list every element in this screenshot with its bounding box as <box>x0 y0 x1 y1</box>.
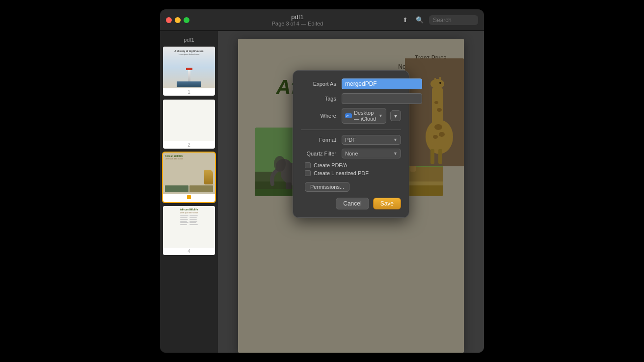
thumb-1-num: 1 <box>163 88 215 96</box>
app-window: pdf1 Page 3 of 4 — Edited ⬆ 🔍 pdf1 A His… <box>160 9 484 353</box>
create-linear-label: Create Linearized PDF <box>314 170 369 176</box>
permissions-button[interactable]: Permissions... <box>305 182 349 192</box>
share-icon[interactable]: ⬆ <box>400 15 410 26</box>
dialog-overlay: Export As: Tags: Where: <box>218 31 484 353</box>
thumb-3-subtitle: Lorem ipsum dolor sit amet <box>165 158 213 160</box>
search-toolbar-icon[interactable]: 🔍 <box>414 15 425 26</box>
where-value: Desktop — iCloud <box>354 110 376 122</box>
quartz-label: Quartz Filter: <box>301 151 338 156</box>
quartz-value: None <box>345 151 358 156</box>
save-button[interactable]: Save <box>373 198 401 209</box>
doc-view: Trenz Pruca November 3, 2021 <box>218 31 484 353</box>
export-as-input[interactable] <box>342 78 422 89</box>
close-button[interactable] <box>166 17 172 23</box>
export-as-label: Export As: <box>301 81 338 87</box>
active-indicator <box>187 195 191 199</box>
export-as-row: Export As: <box>301 78 401 89</box>
window-title: pdf1 <box>291 13 303 21</box>
icloud-icon: iC <box>345 113 352 118</box>
where-expand-button[interactable]: ▼ <box>390 110 401 121</box>
quartz-arrow: ▼ <box>393 151 398 156</box>
create-pdfa-checkbox[interactable] <box>305 162 311 168</box>
thumb-4-title: African Wildlife <box>180 208 198 211</box>
thumb-1-title: A History of Lighthouses <box>174 50 203 52</box>
titlebar: pdf1 Page 3 of 4 — Edited ⬆ 🔍 <box>160 9 484 31</box>
where-dropdown-arrow: ▼ <box>378 113 383 118</box>
where-row: Where: iC Desktop — iCloud ▼ ▼ <box>301 108 401 124</box>
thumb-4-subtitle: Lorem ipsum dolor sit amet <box>180 212 198 214</box>
main-content: pdf1 A History of Lighthouses Lorem ipsu… <box>160 31 484 353</box>
create-linear-checkbox[interactable] <box>305 170 311 176</box>
where-select[interactable]: iC Desktop — iCloud ▼ <box>342 108 386 124</box>
thumb-3-title: African Wildlife <box>165 155 213 157</box>
format-row: Format: PDF ▼ <box>301 135 401 145</box>
titlebar-center: pdf1 Page 3 of 4 — Edited <box>195 13 400 26</box>
quartz-row: Quartz Filter: None ▼ <box>301 149 401 158</box>
thumb-1-subtitle: Lorem ipsum dolor sit amet <box>179 53 199 55</box>
thumb-3-num <box>163 200 215 202</box>
format-value: PDF <box>345 137 356 143</box>
tags-label: Tags: <box>301 96 338 102</box>
quartz-select[interactable]: None ▼ <box>342 149 401 158</box>
traffic-lights <box>166 17 189 23</box>
search-input[interactable] <box>429 15 478 25</box>
dialog-buttons: Cancel Save <box>301 198 401 209</box>
page-thumb-4[interactable]: African Wildlife Lorem ipsum dolor sit a… <box>163 206 215 255</box>
maximize-button[interactable] <box>184 17 189 23</box>
window-subtitle: Page 3 of 4 — Edited <box>272 21 323 26</box>
page-thumb-2[interactable]: 2 <box>163 100 215 149</box>
minimize-button[interactable] <box>175 17 181 23</box>
sidebar: pdf1 A History of Lighthouses Lorem ipsu… <box>160 31 218 353</box>
sidebar-title: pdf1 <box>163 35 215 43</box>
where-label: Where: <box>301 113 338 119</box>
dialog-divider <box>301 129 401 130</box>
thumb-4-num: 4 <box>163 248 215 255</box>
tags-row: Tags: <box>301 93 401 104</box>
export-dialog: Export As: Tags: Where: <box>293 70 409 218</box>
format-label: Format: <box>301 137 338 143</box>
toolbar-tools: ⬆ 🔍 <box>400 15 478 26</box>
format-select[interactable]: PDF ▼ <box>342 135 401 145</box>
create-pdfa-label: Create PDF/A <box>314 162 347 168</box>
page-thumb-1[interactable]: A History of Lighthouses Lorem ipsum dol… <box>163 47 215 96</box>
tags-input[interactable] <box>342 93 422 104</box>
page-thumb-3[interactable]: African Wildlife Lorem ipsum dolor sit a… <box>163 153 215 202</box>
svg-text:iC: iC <box>346 115 349 118</box>
create-pdfa-row: Create PDF/A <box>301 162 401 168</box>
cancel-button[interactable]: Cancel <box>336 198 369 209</box>
thumb-2-num: 2 <box>163 141 215 149</box>
create-linear-row: Create Linearized PDF <box>301 170 401 176</box>
format-arrow: ▼ <box>393 137 398 142</box>
